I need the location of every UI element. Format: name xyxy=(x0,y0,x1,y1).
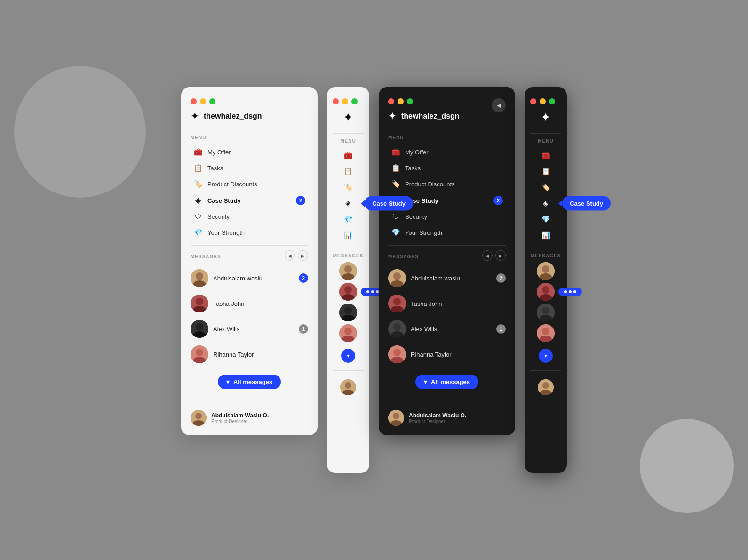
svg-point-43 xyxy=(393,413,399,419)
dot2 xyxy=(371,290,374,293)
svg-point-37 xyxy=(393,323,401,331)
c2-msg-tasha-row[interactable] xyxy=(339,283,357,301)
c4-messages xyxy=(530,262,561,342)
c4-myoffer[interactable]: 🧰 xyxy=(530,147,561,163)
c4-strength[interactable]: 📊 xyxy=(530,227,561,243)
c4-casestudy[interactable]: ◈ Case Study xyxy=(530,195,561,211)
back-btn-3[interactable]: ◀ xyxy=(492,98,506,112)
c4-avatar-2 xyxy=(537,283,555,301)
c2-avatar-4[interactable] xyxy=(339,324,357,342)
all-messages-btn-3[interactable]: ▾ All messages xyxy=(415,375,478,389)
msg-item-1a[interactable]: Abdulsalam wasiu 2 xyxy=(191,265,308,291)
c2-myoffer-icon: 🧰 xyxy=(343,151,353,160)
menu-item-discounts-1[interactable]: 🏷️ Product Discounts xyxy=(191,176,308,192)
c2-avatar-3[interactable] xyxy=(339,304,357,321)
panel-full-dark: ◀ ✦ thewhalez_dsgn MENU 🧰 My Offer 📋 Tas… xyxy=(379,87,515,435)
all-messages-icon-1: ▾ xyxy=(226,378,230,385)
messages-label-3: MESSAGES xyxy=(388,254,419,259)
c4-discounts-icon: 🏷️ xyxy=(541,183,550,192)
tl-yellow-1[interactable] xyxy=(200,98,206,104)
c4-all-messages-btn[interactable]: ▾ xyxy=(539,349,553,363)
messages-prev-1[interactable]: ◀ xyxy=(285,250,295,261)
menu-item-security-3[interactable]: 🛡 Security xyxy=(388,209,506,224)
divider-1 xyxy=(191,130,308,130)
tl-red-1[interactable] xyxy=(191,98,197,104)
menu-item-tasks-3[interactable]: 📋 Tasks xyxy=(388,160,506,176)
tl-red-3[interactable] xyxy=(388,98,394,104)
c4-all-btn-container: ▾ xyxy=(530,346,561,366)
svg-point-46 xyxy=(542,265,549,273)
traffic-lights-4 xyxy=(530,98,561,104)
menu-item-security-1[interactable]: 🛡 Security xyxy=(191,209,308,224)
menu-item-casestudy-1[interactable]: ◈ Case Study 2 xyxy=(191,192,308,209)
c2-strength[interactable]: 📊 xyxy=(333,227,364,243)
menu-item-discounts-3[interactable]: 🏷️ Product Discounts xyxy=(388,176,506,192)
profile-info-1: Abdulsalam Wasiu O. Product Designer xyxy=(211,412,269,424)
divider-c2c xyxy=(333,370,364,371)
tl-green-3[interactable] xyxy=(407,98,413,104)
tl-yellow-2[interactable] xyxy=(342,98,348,104)
menu-item-myoffer-1[interactable]: 🧰 My Offer xyxy=(191,144,308,160)
svg-point-28 xyxy=(345,382,351,389)
c2-casestudy[interactable]: ◈ Case Study xyxy=(333,195,364,211)
messages-next-3[interactable]: ▶ xyxy=(495,250,506,261)
c4-tasks[interactable]: 📋 xyxy=(530,163,561,179)
msg-item-3b[interactable]: Tasha John xyxy=(388,291,506,316)
menu-item-strength-3[interactable]: 💎 Your Strength xyxy=(388,224,506,240)
svg-point-52 xyxy=(542,307,549,314)
c4-security[interactable]: 💎 xyxy=(530,211,561,227)
all-messages-btn-1[interactable]: ▾ All messages xyxy=(218,375,281,389)
tl-green-1[interactable] xyxy=(209,98,215,104)
profile-avatar-1 xyxy=(191,410,207,426)
c2-myoffer[interactable]: 🧰 xyxy=(333,147,364,163)
profile-info-3: Abdulsalam Wasiu O. Product Designer xyxy=(409,412,466,424)
menu-item-tasks-1[interactable]: 📋 Tasks xyxy=(191,160,308,176)
c4-profile xyxy=(530,376,561,395)
messages-next-1[interactable]: ▶ xyxy=(298,250,308,261)
tl-green-2[interactable] xyxy=(351,98,358,104)
divider-c4 xyxy=(530,133,561,134)
c2-discounts[interactable]: 🏷️ xyxy=(333,179,364,195)
c4-msg-tasha-row[interactable] xyxy=(537,283,555,301)
discounts-label-1: Product Discounts xyxy=(207,181,305,188)
tl-green-4[interactable] xyxy=(549,98,555,104)
logo-icon-3: ✦ xyxy=(388,110,397,122)
casestudy-badge-3: 2 xyxy=(493,196,503,205)
tasks-icon-1: 📋 xyxy=(193,164,203,172)
c4-avatar-4[interactable] xyxy=(537,324,555,342)
messages-header-1: MESSAGES ◀ ▶ xyxy=(191,250,308,261)
msg-item-1d[interactable]: Rihanna Taylor xyxy=(191,342,308,367)
messages-prev-3[interactable]: ◀ xyxy=(482,250,493,261)
menu-item-myoffer-3[interactable]: 🧰 My Offer xyxy=(388,144,506,160)
tl-red-2[interactable] xyxy=(333,98,339,104)
menu-item-strength-1[interactable]: 💎 Your Strength xyxy=(191,224,308,240)
casestudy-label-1: Case Study xyxy=(207,197,291,204)
c2-all-messages-btn[interactable]: ▾ xyxy=(341,349,355,363)
c4-discounts[interactable]: 🏷️ xyxy=(530,179,561,195)
c2-casestudy-tooltip: Case Study xyxy=(365,196,413,211)
divider-3b xyxy=(388,245,506,246)
logo-row-1: ✦ thewhalez_dsgn xyxy=(191,110,308,122)
c2-tasks[interactable]: 📋 xyxy=(333,163,364,179)
logo-icon-collapsed-2: ✦ xyxy=(343,110,353,125)
c4-avatar-3[interactable] xyxy=(537,304,555,321)
tl-red-4[interactable] xyxy=(530,98,536,104)
c2-security[interactable]: 💎 xyxy=(333,211,364,227)
msg-item-3c[interactable]: Alex Wills 1 xyxy=(388,316,506,342)
c4-myoffer-icon: 🧰 xyxy=(541,151,550,160)
svg-point-55 xyxy=(542,328,549,335)
tl-yellow-4[interactable] xyxy=(540,98,546,104)
msg-item-1b[interactable]: Tasha John xyxy=(191,291,308,316)
c2-profile-avatar xyxy=(340,379,356,395)
msg-item-1c[interactable]: Alex Wills 1 xyxy=(191,316,308,342)
msg-name-tasha-3: Tasha John xyxy=(411,300,506,307)
c2-casestudy-icon: ◈ xyxy=(343,199,353,208)
discounts-icon-1: 🏷️ xyxy=(193,180,203,188)
c2-avatar-1[interactable] xyxy=(339,262,357,280)
msg-item-3d[interactable]: Rihanna Taylor xyxy=(388,342,506,367)
tl-yellow-3[interactable] xyxy=(398,98,404,104)
c4-avatar-1[interactable] xyxy=(537,262,555,280)
msg-item-3a[interactable]: Abdulsalam wasiu 2 xyxy=(388,265,506,291)
svg-point-1 xyxy=(196,272,203,280)
svg-point-25 xyxy=(344,328,352,335)
